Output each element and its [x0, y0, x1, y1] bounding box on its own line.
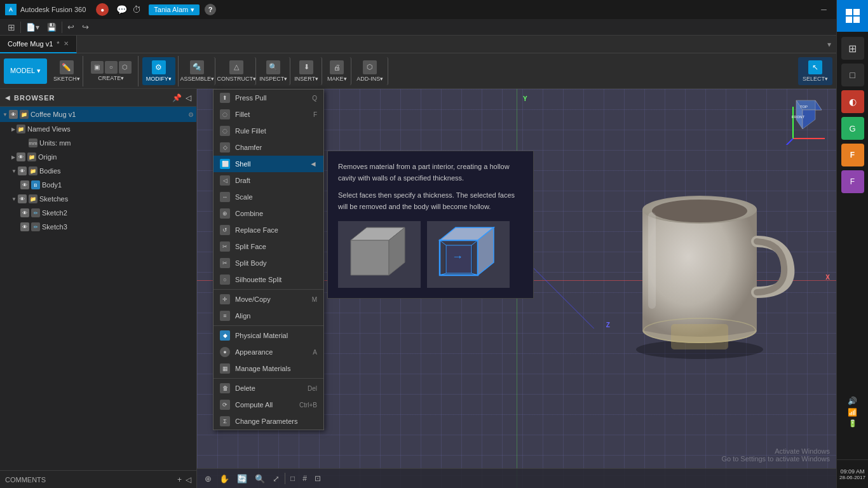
browser-pin[interactable]: 📌 [172, 93, 182, 102]
menu-item-combine[interactable]: ⊕ Combine [214, 205, 323, 222]
new-file-button[interactable]: 📄▾ [24, 23, 42, 32]
toolbar-group-modify: ⚙ MODIFY▾ [140, 56, 179, 86]
undo-button[interactable]: ↩ [65, 22, 77, 32]
menu-item-silhouette-split[interactable]: ○ Silhouette Split [214, 271, 323, 288]
tab-expand-button[interactable]: ▾ [822, 40, 836, 49]
menu-item-compute-all[interactable]: ⟳ Compute All Ctrl+B [214, 396, 323, 413]
windows-start-button[interactable] [837, 0, 869, 32]
svg-point-3 [652, 200, 747, 222]
app-icon-2[interactable]: F [841, 170, 864, 193]
grid-display-button[interactable]: # [300, 473, 309, 484]
menu-item-manage-materials[interactable]: ▦ Manage Materials [214, 360, 323, 377]
app-logo: A [5, 4, 17, 15]
fit-button[interactable]: ⤢ [270, 473, 282, 485]
help-button[interactable]: ? [205, 4, 216, 15]
menu-item-split-face[interactable]: ✂ Split Face [214, 238, 323, 255]
menu-item-shell[interactable]: ⬜ Shell ◄ [214, 156, 323, 172]
app-title: Autodesk Fusion 360 [20, 6, 86, 13]
units-label: Units: mm [39, 139, 71, 147]
clock-date: 28-06-2017 [839, 475, 865, 480]
select-button[interactable]: ↖ SELECT▾ [798, 57, 832, 85]
task-view-icon[interactable]: □ [841, 64, 864, 86]
wifi-icon[interactable]: 📶 [848, 408, 857, 417]
tree-item-sketch2[interactable]: 👁 ✏ Sketch2 [0, 206, 196, 220]
menu-item-press-pull[interactable]: ⬆ Press Pull Q [214, 90, 323, 106]
zoom-button[interactable]: 🔍 [252, 473, 268, 485]
browser-icon[interactable]: G [841, 117, 864, 140]
menu-item-physical-material[interactable]: ◆ Physical Material [214, 327, 323, 344]
menu-item-chamfer[interactable]: ◇ Chamfer [214, 139, 323, 156]
model-mode-button[interactable]: MODEL ▾ [4, 58, 47, 84]
menu-item-align[interactable]: ≡ Align [214, 308, 323, 324]
section-analysis-button[interactable]: ⊡ [312, 473, 323, 484]
history-icon[interactable]: ⏱ [132, 4, 141, 15]
tree-item-sketch3[interactable]: 👁 ✏ Sketch3 [0, 220, 196, 234]
addins-button[interactable]: ⬡ ADD-INS▾ [353, 57, 388, 85]
display-mode-button[interactable]: □ [288, 473, 297, 484]
make-button[interactable]: 🖨 MAKE▾ [323, 57, 351, 85]
create-tools[interactable]: ▣ ○ ⬡ CREATE▾ [87, 57, 135, 85]
tree-item-units[interactable]: mm Units: mm [0, 136, 196, 150]
search-icon[interactable]: ⊞ [841, 37, 864, 60]
close-tab-button[interactable]: ✕ [64, 40, 69, 47]
sketch-button[interactable]: ✏️ SKETCH▾ [53, 57, 80, 85]
viewcube[interactable]: TOP FRONT [780, 94, 831, 145]
user-badge[interactable]: Tania Alam ▾ [149, 4, 200, 15]
battery-icon[interactable]: 🔋 [848, 419, 857, 428]
comments-add-button[interactable]: + [177, 475, 182, 484]
tree-item-root[interactable]: ▼ 👁 📁 Coffee Mug v1 ⚙ [0, 107, 196, 122]
tree-item-named-views[interactable]: ▶ 📁 Named Views [0, 122, 196, 136]
assemble-button[interactable]: 🔩 ASSEMBLE▾ [180, 57, 215, 85]
modify-button[interactable]: ⚙ MODIFY▾ [142, 57, 175, 85]
content-area: ◀ BROWSER 📌 ◁ ▼ 👁 📁 Coffee Mug v1 ⚙ [0, 89, 836, 488]
menu-item-appearance[interactable]: ● Appearance A [214, 344, 323, 360]
tree-item-origin[interactable]: ▶ 👁 📁 Origin [0, 150, 196, 164]
compute-all-label: Compute All [235, 401, 273, 409]
root-settings-icon[interactable]: ⚙ [188, 111, 194, 118]
record-button[interactable]: ● [96, 3, 109, 16]
speaker-icon[interactable]: 🔊 [848, 396, 857, 405]
tree-item-body1[interactable]: 👁 B Body1 [0, 178, 196, 192]
minimize-button[interactable]: ─ [818, 5, 829, 14]
grid-icon[interactable]: ⊞ [5, 22, 18, 32]
tab-coffee-mug[interactable]: Coffee Mug v1 * ✕ [0, 36, 77, 53]
viewport-bottom-toolbar: ⊕ ✋ 🔄 🔍 ⤢ □ # ⊡ [197, 469, 836, 488]
sketch3-label: Sketch3 [42, 223, 67, 231]
cortana-icon[interactable]: ◐ [841, 90, 864, 113]
clock-area: 09:09 AM 28-06-2017 [837, 459, 869, 488]
browser-back-arrow[interactable]: ◀ [5, 94, 10, 101]
menu-item-draft[interactable]: ◁ Draft [214, 172, 323, 189]
insert-button[interactable]: ⬇ INSERT▾ [292, 57, 322, 85]
svg-rect-5 [671, 324, 728, 349]
scale-label: Scale [235, 193, 253, 201]
tree-item-bodies[interactable]: ▼ 👁 📁 Bodies [0, 164, 196, 178]
save-button[interactable]: 💾 [44, 23, 59, 32]
pan-button[interactable]: ✋ [217, 473, 232, 485]
fusion-icon[interactable]: F [841, 144, 864, 166]
menu-item-delete[interactable]: 🗑 Delete Del [214, 380, 323, 396]
menu-item-change-parameters[interactable]: Σ Change Parameters [214, 413, 323, 430]
menu-item-fillet[interactable]: ◌ Fillet F [214, 106, 323, 123]
menu-item-scale[interactable]: ↔ Scale [214, 189, 323, 205]
comments-icon[interactable]: 💬 [116, 4, 127, 15]
browser-collapse[interactable]: ◁ [186, 93, 191, 102]
fillet-shortcut: F [313, 111, 317, 118]
split-body-label: Split Body [235, 259, 267, 267]
orbit-button[interactable]: 🔄 [234, 473, 250, 485]
menu-item-split-body[interactable]: ✂ Split Body [214, 255, 323, 271]
menu-item-replace-face[interactable]: ↺ Replace Face [214, 222, 323, 238]
menu-item-move-copy[interactable]: ✛ Move/Copy M [214, 291, 323, 308]
preview-before [338, 221, 421, 288]
sketches-label: Sketches [39, 195, 68, 203]
compute-all-shortcut: Ctrl+B [299, 402, 317, 409]
comments-expand-button[interactable]: ◁ [186, 475, 191, 484]
snap-button[interactable]: ⊕ [202, 473, 214, 485]
browser-title: BROWSER [14, 94, 55, 102]
redo-button[interactable]: ↪ [79, 22, 92, 32]
tree-root: ▼ 👁 📁 Coffee Mug v1 ⚙ ▶ 📁 Named Views [0, 107, 196, 234]
construct-button[interactable]: △ CONSTRUCT▾ [218, 57, 256, 85]
physical-material-icon: ◆ [220, 330, 230, 341]
menu-item-rule-fillet[interactable]: ◌ Rule Fillet [214, 123, 323, 139]
tree-item-sketches[interactable]: ▼ 👁 📁 Sketches [0, 192, 196, 206]
inspect-button[interactable]: 🔍 INSPECT▾ [257, 57, 290, 85]
